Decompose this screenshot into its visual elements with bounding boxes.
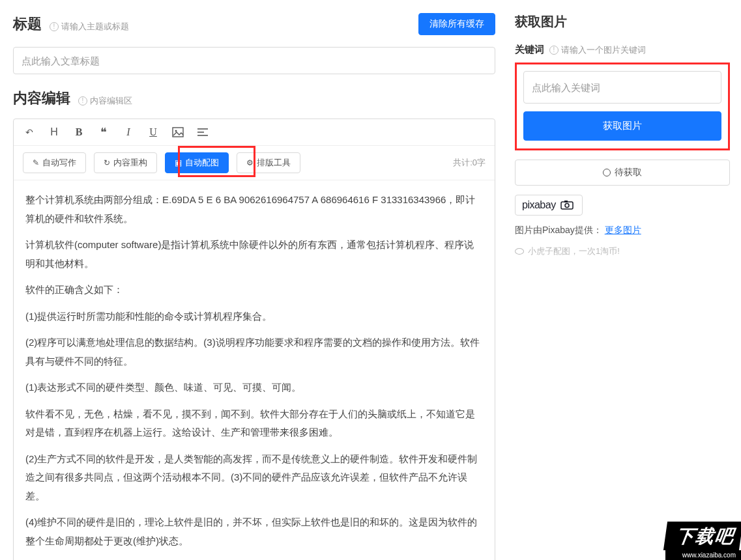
svg-rect-7 [564, 201, 568, 203]
camera-icon [560, 200, 575, 210]
picture-icon: ▣ [175, 158, 182, 167]
keyword-highlight-box: 获取图片 [515, 63, 730, 150]
pixabay-logo-text: pixabay [522, 199, 556, 211]
restructure-label: 内容重构 [113, 157, 147, 169]
content-hint-text: 内容编辑区 [90, 95, 132, 107]
heading-icon[interactable]: H [48, 126, 61, 139]
refresh-icon: ↻ [104, 158, 110, 167]
svg-rect-5 [561, 202, 573, 209]
svg-point-6 [565, 204, 569, 208]
restructure-button[interactable]: ↻ 内容重构 [94, 152, 157, 173]
info-icon: ! [50, 22, 59, 31]
quote-icon[interactable]: ❝ [97, 126, 110, 139]
undo-icon[interactable]: ↶ [23, 126, 36, 139]
circle-icon [603, 169, 611, 176]
content-paragraph: 计算机软件(computer software)是指计算机系统中除硬件以外的所有… [25, 236, 483, 273]
gear-icon: ⚙ [246, 158, 254, 167]
action-toolbar: ✎ 自动写作 ↻ 内容重构 ▣ 自动配图 ⚙ 排版工具 [14, 146, 495, 180]
italic-icon[interactable]: I [122, 126, 135, 139]
pixabay-badge[interactable]: pixabay [515, 195, 583, 216]
underline-icon[interactable]: U [147, 126, 160, 139]
word-count: 共计:0字 [453, 157, 486, 169]
content-hint: ! 内容编辑区 [78, 95, 132, 107]
article-title-input[interactable] [13, 47, 495, 74]
content-section: 内容编辑 ! 内容编辑区 ↶ H B ❝ I U [13, 89, 495, 560]
svg-rect-0 [173, 128, 183, 137]
content-paragraph: (1)提供运行时所需功能和性能的命令或计算机程序集合。 [25, 307, 483, 326]
tip-row: 小虎子配图，一次1淘币! [515, 245, 730, 257]
content-paragraph: 整个计算机系统由两部分组成：E.69DA 5 E 6 BA 9062616964… [25, 191, 483, 228]
provided-row: 图片由Pixabay提供： 更多图片 [515, 225, 730, 236]
keyword-hint: ! 请输入一个图片关键词 [549, 44, 646, 56]
sidebar-title: 获取图片 [515, 13, 730, 31]
keyword-hint-text: 请输入一个图片关键词 [561, 44, 646, 56]
sidebar: 获取图片 关键词 ! 请输入一个图片关键词 获取图片 待获取 pixabay 图… [515, 13, 730, 560]
title-heading: 标题 [13, 16, 42, 32]
content-paragraph: (4)维护不同的硬件是旧的，理论上软件是旧的，并不坏，但实际上软件也是旧的和坏的… [25, 513, 483, 550]
content-paragraph: (1)表达形式不同的硬件类型、颜色、味道、可见、可摸、可闻。 [25, 378, 483, 397]
title-heading-wrap: 标题 ! 请输入主题或标题 [13, 14, 129, 34]
keyword-input[interactable] [523, 71, 721, 104]
info-icon: ! [549, 46, 559, 55]
keyword-label: 关键词 [515, 44, 544, 56]
auto-image-button[interactable]: ▣ 自动配图 [165, 152, 229, 173]
info-icon: ! [78, 96, 87, 105]
editor: ↶ H B ❝ I U ✎ 自动写作 [13, 119, 495, 560]
auto-image-label: 自动配图 [185, 157, 219, 169]
auto-write-label: 自动写作 [42, 157, 76, 169]
content-paragraph: (2)生产方式不同的软件是开发，是人类智能的高发挥，而不是传统意义上的硬件制造。… [25, 450, 483, 506]
pencil-icon: ✎ [33, 158, 39, 167]
content-heading: 内容编辑 [13, 90, 70, 106]
tip-text: 小虎子配图，一次1淘币! [528, 245, 620, 257]
provided-prefix: 图片由Pixabay提供： [515, 225, 602, 235]
coin-icon [515, 248, 524, 255]
content-paragraph: 软件的正确含义如下： [25, 281, 483, 300]
fetch-image-button[interactable]: 获取图片 [523, 111, 721, 141]
clear-cache-button[interactable]: 清除所有缓存 [418, 13, 495, 35]
content-paragraph: (2)程序可以满意地处理信息的数据结构。(3)说明程序功能要求和程序需要的文档的… [25, 333, 483, 371]
title-hint-text: 请输入主题或标题 [61, 21, 129, 33]
title-hint: ! 请输入主题或标题 [50, 21, 129, 33]
content-paragraph: 软件看不见，无色，枯燥，看不见，摸不到，闻不到。软件大部分存在于人们的头脑或纸上… [25, 405, 483, 442]
auto-write-button[interactable]: ✎ 自动写作 [23, 152, 86, 173]
editor-body[interactable]: 整个计算机系统由两部分组成：E.69DA 5 E 6 BA 9062616964… [14, 180, 495, 560]
align-icon[interactable] [196, 126, 209, 139]
pending-label: 待获取 [615, 167, 642, 178]
more-images-link[interactable]: 更多图片 [605, 225, 641, 235]
bold-icon[interactable]: B [72, 126, 85, 139]
image-icon[interactable] [171, 126, 184, 139]
title-header: 标题 ! 请输入主题或标题 清除所有缓存 [13, 13, 495, 35]
main-column: 标题 ! 请输入主题或标题 清除所有缓存 内容编辑 ! 内容编辑区 ↶ [13, 13, 495, 560]
pending-button[interactable]: 待获取 [515, 160, 730, 186]
svg-point-1 [175, 130, 177, 132]
content-heading-wrap: 内容编辑 ! 内容编辑区 [13, 89, 495, 108]
keyword-label-row: 关键词 ! 请输入一个图片关键词 [515, 44, 730, 56]
layout-tool-label: 排版工具 [257, 157, 291, 169]
layout-tool-button[interactable]: ⚙ 排版工具 [237, 152, 300, 173]
format-toolbar: ↶ H B ❝ I U [14, 119, 495, 146]
